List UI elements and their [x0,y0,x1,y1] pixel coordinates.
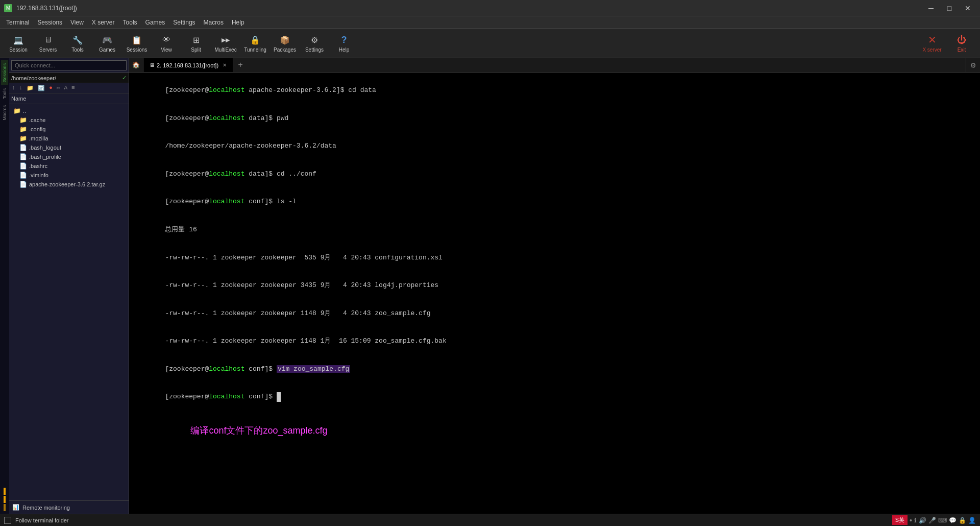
tree-rename-btn[interactable]: A [62,84,69,92]
term-line-2: [zookeeper@localhost data]$ pwd [133,105,976,133]
folder-icon: 📁 [19,135,27,142]
tree-item-dotdot[interactable]: 📁 .. [11,106,127,115]
ime-indicator[interactable]: S英 [892,515,908,525]
follow-terminal-folder-label: Follow terminal folder [15,517,69,523]
term-line-1: [zookeeper@localhost apache-zookeeper-3.… [133,77,976,105]
close-button[interactable]: ✕ [960,3,976,13]
follow-checkbox[interactable] [4,517,11,524]
term-annotation: 编译conf文件下的zoo_sample.cfg [133,415,976,447]
maximize-button[interactable]: □ [941,3,958,13]
quick-connect [9,58,129,73]
tree-name-header: Name [11,95,26,102]
toolbar-tunneling[interactable]: 🔒 Tunneling [241,31,270,56]
accent-bar-3 [4,504,6,511]
tree-item-bash-logout[interactable]: 📄 .bash_logout [11,143,127,152]
term-line-7: -rw-rw-r--. 1 zookeeper zookeeper 535 9月… [133,244,976,272]
quick-connect-input[interactable] [11,60,127,70]
toolbar-exit[interactable]: ⏻ Exit [947,31,976,56]
menu-macros[interactable]: Macros [200,18,228,27]
menu-terminal[interactable]: Terminal [2,18,33,27]
tree-item-name: apache-zookeeper-3.6.2.tar.gz [29,181,105,187]
terminal-settings-icon[interactable]: ⚙ [966,58,980,72]
toolbar-games[interactable]: 🎮 Games [93,31,121,56]
tree-mark-btn[interactable]: ● [47,84,54,92]
vnav-sessions[interactable]: Sessions [1,60,8,85]
term-line-9: -rw-rw-r--. 1 zookeeper zookeeper 1148 9… [133,300,976,328]
menu-view[interactable]: View [66,18,88,27]
term-line-11: [zookeeper@localhost conf]$ vim zoo_samp… [133,355,976,384]
toolbar-view[interactable]: 👁 View [152,31,181,56]
chat-icon[interactable]: 💬 [949,517,957,524]
menu-tools[interactable]: Tools [119,18,141,27]
tree-item-tarball[interactable]: 📄 apache-zookeeper-3.6.2.tar.gz [11,180,127,189]
vertical-nav: Sessions Tools Macros [0,58,9,514]
info-icon[interactable]: ℹ [914,517,917,524]
toolbar-help-label: Help [339,47,350,53]
file-icon: 📄 [19,181,27,188]
toolbar-settings[interactable]: ⚙ Settings [300,31,329,56]
multiexec-icon: ▶▶ [219,34,232,46]
toolbar-sessions[interactable]: 📋 Sessions [122,31,151,56]
remote-monitoring[interactable]: 📊 Remote monitoring [9,500,129,514]
xserver-icon: ✕ [926,34,938,46]
tab-label: 2. 192.168.83.131([root]) [157,62,218,68]
toolbar-packages[interactable]: 📦 Packages [271,31,299,56]
tab-main[interactable]: 🖥 2. 192.168.83.131([root]) ✕ [143,58,233,72]
tree-folder-btn[interactable]: 📁 [25,84,35,92]
tree-item-cache[interactable]: 📁 .cache [11,115,127,125]
toolbar-session[interactable]: 💻 Session [4,31,33,56]
tree-toolbar: ↑ ↓ 📁 🔄 ● ✂ A ≡ [9,83,129,93]
follow-terminal-folder[interactable]: Follow terminal folder [4,517,69,524]
games-icon: 🎮 [101,34,113,46]
tree-menu-btn[interactable]: ≡ [70,84,77,92]
bottom-right: S英 • ℹ 🔊 🎤 ⌨ 💬 🔒 👤 [892,515,976,525]
toolbar-split[interactable]: ⊞ Split [182,31,210,56]
view-icon: 👁 [160,34,173,46]
new-tab-button[interactable]: + [233,58,248,72]
folder-path-bar: ✓ [9,73,129,83]
tree-item-viminfo[interactable]: 📄 .viminfo [11,171,127,180]
tree-item-name: .viminfo [29,172,48,178]
lock-icon[interactable]: 🔒 [959,517,966,524]
monitor-icon: 📊 [12,504,19,511]
tab-close-icon[interactable]: ✕ [223,62,227,68]
menu-sessions[interactable]: Sessions [33,18,66,27]
folder-icon: 📁 [19,126,27,133]
path-confirm-icon[interactable]: ✓ [122,75,127,81]
terminal-content[interactable]: [zookeeper@localhost apache-zookeeper-3.… [129,73,980,514]
mic-icon[interactable]: 🎤 [928,517,936,524]
terminal-area: 🏠 🖥 2. 192.168.83.131([root]) ✕ + ⚙ [zoo… [129,58,980,514]
user-icon[interactable]: 👤 [968,517,976,524]
folder-icon: 📁 [13,107,21,114]
tree-item-config[interactable]: 📁 .config [11,125,127,134]
menu-settings[interactable]: Settings [169,18,199,27]
folder-path-input[interactable] [11,75,120,81]
tree-item-bashrc[interactable]: 📄 .bashrc [11,161,127,171]
keyboard-icon[interactable]: ⌨ [938,517,947,524]
tree-item-name: .bashrc [29,163,47,169]
toolbar-xserver[interactable]: ✕ X server [918,31,946,56]
toolbar-tools[interactable]: 🔧 Tools [63,31,92,56]
sound-icon[interactable]: 🔊 [919,517,926,524]
toolbar-packages-label: Packages [274,47,296,53]
menu-xserver[interactable]: X server [88,18,119,27]
tree-up-btn[interactable]: ↑ [10,84,17,92]
tree-cut-btn[interactable]: ✂ [55,84,62,92]
tree-refresh-btn[interactable]: 🔄 [36,84,46,92]
split-icon: ⊞ [190,34,202,46]
toolbar-servers[interactable]: 🖥 Servers [34,31,62,56]
vnav-macros[interactable]: Macros [1,102,8,124]
menu-games[interactable]: Games [141,18,169,27]
menu-bar: Terminal Sessions View X server Tools Ga… [0,16,980,29]
tree-item-bash-profile[interactable]: 📄 .bash_profile [11,152,127,161]
menu-help[interactable]: Help [228,18,249,27]
term-line-4: [zookeeper@localhost data]$ cd ../conf [133,160,976,188]
tree-down-btn[interactable]: ↓ [18,84,24,92]
vnav-tools[interactable]: Tools [1,85,8,102]
window-title: 192.168.83.131([root]) [16,5,77,12]
tab-home-icon[interactable]: 🏠 [129,58,143,72]
toolbar-multiexec[interactable]: ▶▶ MultiExec [211,31,240,56]
toolbar-help[interactable]: ? Help [330,31,358,56]
minimize-button[interactable]: ─ [923,3,939,13]
tree-item-mozilla[interactable]: 📁 .mozilla [11,134,127,143]
